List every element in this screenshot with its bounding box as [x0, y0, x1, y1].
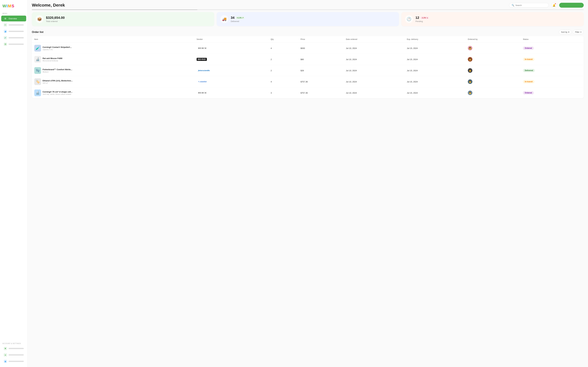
- vendor-biorad: BIO-RAD: [197, 58, 207, 61]
- stat-value-delivered: 34 +1.1% ↗: [231, 16, 244, 20]
- td-item: 🧪 Corning® Costar® Stripette®... capacit…: [32, 43, 194, 54]
- vendor-avantor: ∿ avantor: [197, 80, 208, 83]
- item-name: Corning® Costar® Stripette®...: [43, 46, 72, 48]
- sidebar-item-5[interactable]: ⚙: [1, 41, 26, 47]
- item-image: 🧤: [34, 67, 41, 74]
- table-row: 🧪 Corning® Costar® Stripette®... capacit…: [32, 43, 584, 54]
- sort-button[interactable]: Sort by ▾: [559, 30, 571, 34]
- sidebar: WIMS Menu ⊞ Overview ✏ ◕ ✔ ⚙ Account & s…: [0, 0, 27, 367]
- td-price: $930: [298, 43, 344, 54]
- notification-button[interactable]: 🔔: [551, 2, 557, 8]
- td-date-ordered: Jul 10, 2024: [344, 65, 404, 76]
- td-price: $80: [298, 54, 344, 65]
- td-qty: 2: [268, 65, 298, 76]
- stat-card-delivered: 🚚 34 +1.1% ↗ Delivered: [217, 12, 399, 26]
- td-item: 🔬 Corning® 75 cm² U-shape cell... Vent c…: [32, 87, 194, 99]
- td-item: 🏷️ Ethanol ≥70% (v/v), Biotechno... 500 …: [32, 76, 194, 87]
- avatar: 👨: [468, 79, 472, 84]
- progress-bar: [32, 9, 584, 10]
- item-sub: Monoclonal Antibody: [43, 60, 62, 62]
- table-row: 🏷️ Ethanol ≥70% (v/v), Biotechno... 500 …: [32, 76, 584, 87]
- stats-row: 📦 $320,654.00 Total ordered 🚚 34 +1.1% ↗: [32, 12, 584, 26]
- td-vendor: 𝑓isherscientific: [194, 65, 268, 76]
- td-status: In-transit: [520, 54, 584, 65]
- stat-icon-delivered: 🚚: [220, 15, 228, 23]
- stat-value-total-ordered: $320,654.00: [46, 16, 65, 20]
- td-item: 🔬 Rat anti Mouse F4/80 Monoclonal Antibo…: [32, 54, 194, 65]
- nav-icon-3: ◕: [4, 30, 7, 33]
- status-badge: Delivered: [523, 69, 535, 72]
- order-table-head: Item Vendor Qty Price Date ordered Exp. …: [32, 36, 584, 43]
- filter-icon: ≡: [580, 31, 581, 33]
- stat-icon-total-ordered: 📦: [35, 15, 43, 23]
- td-date-ordered: Jul 10, 2024: [344, 54, 404, 65]
- nav-label-bar-5: [9, 44, 24, 45]
- td-qty: 4: [268, 76, 298, 87]
- td-qty: 3: [268, 87, 298, 99]
- sidebar-item-2[interactable]: ✏: [1, 22, 26, 28]
- sidebar-item-3[interactable]: ◕: [1, 28, 26, 34]
- account-section-label: Account & settings: [0, 342, 27, 345]
- sidebar-item-overview[interactable]: ⊞ Overview: [1, 16, 26, 21]
- item-name: Corning® 75 cm² U-shape cell...: [43, 91, 72, 93]
- td-vendor: BIO-RAD: [194, 54, 268, 65]
- td-exp-delivery: Jul 15, 2024: [404, 76, 465, 87]
- td-exp-delivery: Jul 15, 2024: [404, 65, 465, 76]
- td-price: $757.36: [298, 76, 344, 87]
- td-ordered-by: 👩: [465, 54, 520, 65]
- order-list-title: Order list: [32, 31, 43, 34]
- td-price: $28: [298, 65, 344, 76]
- item-sub: capacity 5 mL: [43, 49, 72, 50]
- content-area: 📦 $320,654.00 Total ordered 🚚 34 +1.1% ↗: [27, 11, 588, 367]
- td-status: In-transit: [520, 76, 584, 87]
- sidebar-item-4[interactable]: ✔: [1, 35, 26, 41]
- td-exp-delivery: Jul 15, 2024: [404, 87, 465, 99]
- search-input[interactable]: [515, 4, 546, 6]
- td-exp-delivery: Jul 15, 2024: [404, 54, 465, 65]
- sidebar-item-acc1[interactable]: ▼: [1, 346, 26, 351]
- nav-label-bar-2: [9, 24, 24, 25]
- logo-w: W: [2, 4, 7, 8]
- td-qty: 4: [268, 43, 298, 54]
- nav-label-bar-acc3: [9, 361, 24, 362]
- progress-bar-wrap: [27, 9, 588, 11]
- sidebar-item-acc3[interactable]: ◉: [1, 359, 26, 364]
- stat-badge-delivered: +1.1% ↗: [236, 17, 244, 19]
- item-image: 🔬: [34, 90, 41, 96]
- col-ordered-by: Ordered by: [465, 36, 520, 43]
- stat-icon-pending: 🕐: [405, 15, 413, 23]
- col-price: Price: [298, 36, 344, 43]
- table-row: 🧤 Fisherbrand™ Comfort Nitrile... Medium…: [32, 65, 584, 76]
- td-vendor: ∿ avantor: [194, 76, 268, 87]
- td-date-ordered: Jul 10, 2024: [344, 43, 404, 54]
- stat-value-pending: 12 -1.1% ↘: [415, 16, 429, 20]
- table-row: 🔬 Rat anti Mouse F4/80 Monoclonal Antibo…: [32, 54, 584, 65]
- avatar: 👩: [468, 57, 472, 62]
- menu-section-label: Menu: [0, 11, 27, 15]
- avatar: 👩: [468, 68, 472, 73]
- td-vendor: MERCK: [194, 87, 268, 99]
- status-badge: Ordered: [523, 91, 534, 94]
- stat-label-pending: Pending: [415, 20, 429, 23]
- page-title: Welcome, Derek: [32, 3, 507, 8]
- stat-card-total-ordered: 📦 $320,654.00 Total ordered: [32, 12, 214, 26]
- td-exp-delivery: Jul 15, 2024: [404, 43, 465, 54]
- item-image: 🏷️: [34, 78, 41, 85]
- order-table-wrap: Item Vendor Qty Price Date ordered Exp. …: [32, 36, 584, 98]
- logo: WIMS: [0, 2, 27, 11]
- sidebar-item-acc2[interactable]: ●: [1, 352, 26, 358]
- td-ordered-by: 👩: [465, 65, 520, 76]
- logo-s: S: [11, 4, 14, 8]
- progress-bar-fill: [32, 9, 197, 10]
- order-list-actions: Sort by ▾ Filter ≡: [559, 30, 584, 34]
- status-badge: Ordered: [523, 47, 534, 50]
- td-date-ordered: Jul 10, 2024: [344, 76, 404, 87]
- col-item: Item: [32, 36, 194, 43]
- vendor-fisher: 𝑓isherscientific: [197, 69, 211, 72]
- col-date-ordered: Date ordered: [344, 36, 404, 43]
- nav-label-bar-acc2: [9, 354, 24, 356]
- order-table: Item Vendor Qty Price Date ordered Exp. …: [32, 36, 584, 98]
- avatar: 👩: [468, 46, 472, 50]
- filter-button[interactable]: Filter ≡: [573, 30, 584, 34]
- cta-button[interactable]: [559, 3, 584, 8]
